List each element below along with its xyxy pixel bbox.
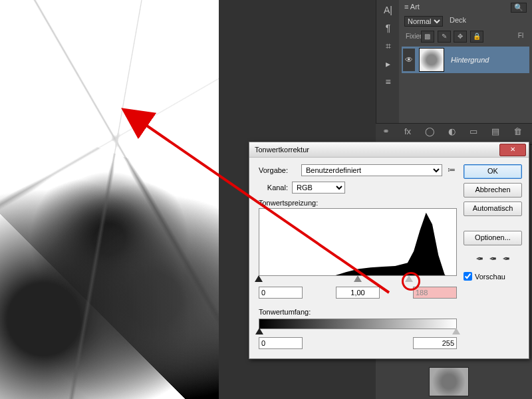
lock-brush-icon[interactable]: ✎: [438, 31, 451, 43]
new-layer-icon[interactable]: ▤: [487, 126, 504, 141]
lock-label: Fixieren:: [406, 31, 418, 42]
panel-tool-column: A| ¶ ⌗ ▸ ≡: [376, 0, 400, 140]
lock-pixels-icon[interactable]: ▩: [421, 31, 434, 43]
input-levels-label: Tonwertspreizung:: [259, 199, 457, 207]
histogram: [259, 208, 457, 276]
preset-select[interactable]: Benutzerdefiniert: [301, 164, 442, 176]
fx-icon[interactable]: fx: [399, 126, 416, 141]
fill-label: Fl: [515, 31, 527, 41]
blend-mode-select[interactable]: Normal: [404, 16, 443, 27]
link-layers-icon[interactable]: ⚭: [377, 126, 394, 141]
output-white-input[interactable]: [413, 337, 457, 349]
eyedropper-group: ✒ ✒ ✒: [464, 253, 522, 264]
swatches-icon[interactable]: ⌗: [378, 38, 399, 54]
levels-dialog: Tonwertkorrektur ✕ Vorgabe: Benutzerdefi…: [249, 142, 529, 359]
layer-thumbnail[interactable]: [419, 48, 444, 72]
options-button[interactable]: Optionen...: [464, 231, 522, 245]
adjustment-icon[interactable]: ◐: [443, 126, 460, 141]
panel-search-icon[interactable]: 🔍: [511, 3, 527, 13]
dialog-title: Tonwertkorrektur: [255, 146, 499, 154]
output-black-slider[interactable]: [255, 328, 263, 334]
mini-thumbnail: [429, 367, 469, 396]
output-levels-label: Tonwertumfang:: [259, 308, 457, 316]
layer-name[interactable]: Hintergrund: [451, 56, 489, 64]
trash-icon[interactable]: 🗑: [509, 126, 526, 141]
lock-position-icon[interactable]: ✥: [454, 31, 467, 43]
channel-label: Kanal:: [259, 184, 288, 192]
white-point-input[interactable]: [413, 287, 457, 299]
image-content: [0, 0, 219, 399]
black-eyedropper-icon[interactable]: ✒: [475, 253, 483, 264]
layers-panel: ≡ Art 🔍 Normal Deck Fixieren: ▩ ✎ ✥ 🔒 Fl…: [399, 0, 532, 140]
dialog-titlebar[interactable]: Tonwertkorrektur ✕: [249, 142, 529, 158]
type-tool-icon[interactable]: A|: [378, 2, 399, 18]
ok-button[interactable]: OK: [464, 164, 522, 179]
lock-all-icon[interactable]: 🔒: [470, 31, 483, 43]
document-canvas[interactable]: ✒: [0, 0, 219, 399]
preview-label: Vorschau: [475, 273, 505, 281]
black-point-slider[interactable]: [255, 275, 263, 282]
eyedropper-cursor-icon: ✒: [132, 112, 140, 124]
preset-menu-icon[interactable]: ≔: [446, 165, 457, 176]
mask-icon[interactable]: ◯: [421, 126, 438, 141]
channel-select[interactable]: RGB: [292, 182, 345, 194]
play-icon[interactable]: ▸: [378, 56, 399, 72]
cancel-button[interactable]: Abbrechen: [464, 183, 522, 198]
visibility-toggle-icon[interactable]: 👁: [403, 49, 415, 71]
gamma-input[interactable]: [336, 287, 380, 299]
preview-checkbox-row[interactable]: Vorschau: [464, 272, 522, 281]
menu-icon[interactable]: ≡: [378, 74, 399, 90]
black-point-input[interactable]: [259, 287, 303, 299]
preset-label: Vorgabe:: [259, 166, 297, 174]
close-icon[interactable]: ✕: [499, 144, 526, 156]
input-slider-track[interactable]: [259, 276, 457, 285]
white-eyedropper-icon[interactable]: ✒: [502, 253, 510, 264]
paragraph-tool-icon[interactable]: ¶: [378, 20, 399, 36]
gray-eyedropper-icon[interactable]: ✒: [489, 253, 497, 264]
output-white-slider[interactable]: [452, 328, 460, 334]
layer-row[interactable]: 👁 Hintergrund: [402, 47, 529, 73]
layer-kind-filter[interactable]: ≡ Art: [404, 3, 420, 11]
histogram-plot: [259, 209, 456, 276]
opacity-label: Deck: [450, 16, 466, 27]
group-icon[interactable]: ▭: [465, 126, 482, 141]
preview-checkbox[interactable]: [464, 272, 472, 281]
output-black-input[interactable]: [259, 337, 303, 349]
auto-button[interactable]: Automatisch: [464, 201, 522, 216]
gamma-slider[interactable]: [354, 275, 362, 282]
output-ramp[interactable]: [259, 319, 457, 329]
